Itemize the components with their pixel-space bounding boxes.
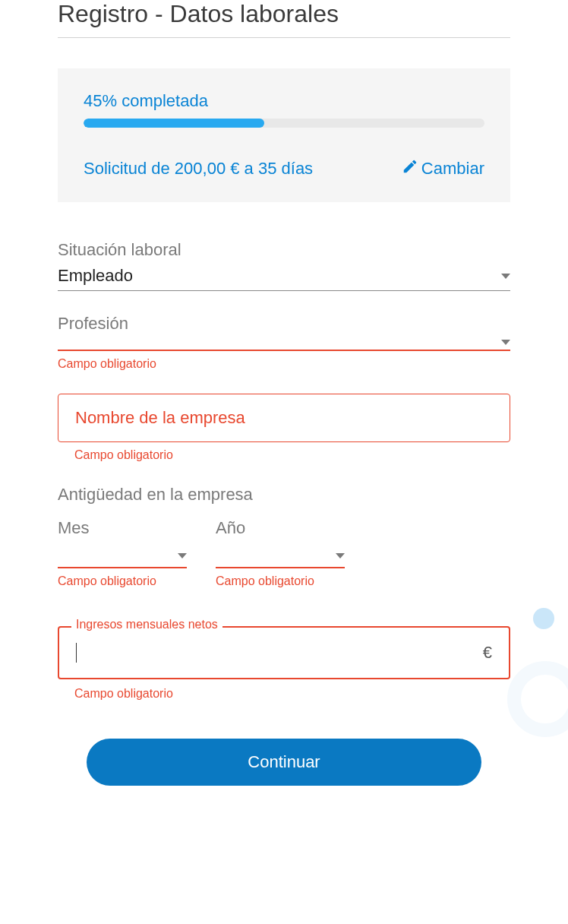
employment-situation-field: Situación laboral Empleado [58,240,510,291]
seniority-year-select[interactable] [216,541,345,568]
chevron-down-icon [501,340,510,345]
seniority-month-error: Campo obligatorio [58,574,187,588]
income-error: Campo obligatorio [74,687,510,701]
profession-label: Profesión [58,314,510,334]
progress-bar [84,119,484,128]
loan-summary-text: Solicitud de 200,00 € a 35 días [84,159,313,179]
income-input[interactable] [77,643,483,663]
seniority-month-field: Mes Campo obligatorio [58,518,187,588]
seniority-year-label: Año [216,518,345,538]
employment-situation-value: Empleado [58,266,133,286]
change-label: Cambiar [421,159,484,179]
income-currency-suffix: € [483,643,492,663]
page-title: Registro - Datos laborales [58,0,510,38]
seniority-year-field: Año Campo obligatorio [216,518,345,588]
employment-situation-label: Situación laboral [58,240,510,260]
chevron-down-icon [178,553,187,559]
change-button[interactable]: Cambiar [402,158,484,179]
employment-situation-select[interactable]: Empleado [58,261,510,291]
seniority-month-select[interactable] [58,541,187,568]
progress-bar-fill [84,119,264,128]
company-name-input[interactable] [75,408,493,428]
profession-error: Campo obligatorio [58,357,510,371]
company-name-error: Campo obligatorio [74,448,510,462]
seniority-month-label: Mes [58,518,187,538]
continue-button[interactable]: Continuar [87,739,481,786]
progress-card: 45% completada Solicitud de 200,00 € a 3… [58,68,510,202]
chevron-down-icon [336,553,345,559]
income-field: Ingresos mensuales netos € Campo obligat… [58,626,510,701]
progress-label: 45% completada [84,91,484,111]
seniority-year-error: Campo obligatorio [216,574,345,588]
company-name-field: Campo obligatorio [58,394,510,462]
profession-field: Profesión Campo obligatorio [58,314,510,371]
seniority-heading: Antigüedad en la empresa [58,485,510,505]
profession-select[interactable] [58,335,510,351]
chevron-down-icon [501,274,510,279]
income-label: Ingresos mensuales netos [71,618,222,631]
pencil-icon [402,158,418,179]
